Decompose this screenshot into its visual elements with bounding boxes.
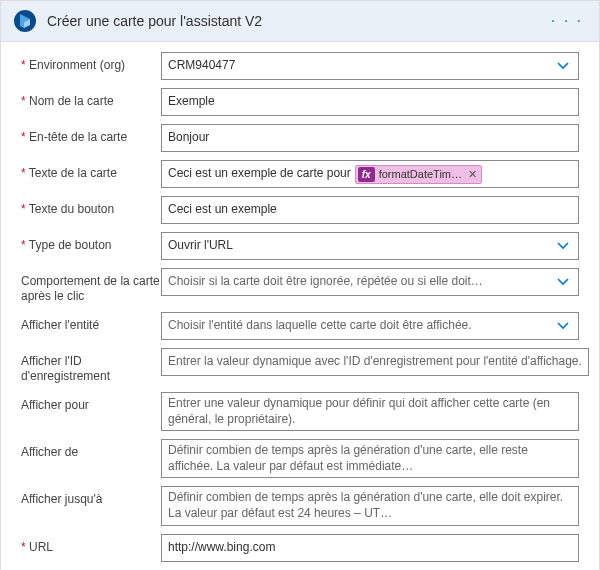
input-button-type[interactable]: Ouvrir l'URL [161,232,579,260]
label-environment: Environment (org) [21,52,161,73]
field-show-until: Afficher jusqu'à Définir combien de temp… [21,486,579,525]
card-body: Environment (org) CRM940477 Nom de la ca… [1,42,599,570]
chevron-down-icon [556,319,570,333]
label-show-for: Afficher pour [21,392,161,413]
expression-chip[interactable]: fx formatDateTim… ✕ [355,165,482,184]
field-show-for: Afficher pour Entrer une valeur dynamiqu… [21,392,579,431]
input-show-from[interactable]: Définir combien de temps après la généra… [161,439,579,478]
label-show-from: Afficher de [21,439,161,460]
field-show-entity: Afficher l'entité Choisir l'entité dans … [21,312,579,340]
input-card-name[interactable]: Exemple [161,88,579,116]
label-url: URL [21,534,161,555]
field-button-type: Type de bouton Ouvrir l'URL [21,232,579,260]
chevron-down-icon [556,59,570,73]
label-card-name: Nom de la carte [21,88,161,109]
label-button-type: Type de bouton [21,232,161,253]
label-button-text: Texte du bouton [21,196,161,217]
field-card-name: Nom de la carte Exemple [21,88,579,116]
field-behavior: Comportement de la carte après le clic C… [21,268,579,304]
dynamics-icon [13,9,37,33]
card-header: Créer une carte pour l'assistant V2 · · … [1,1,599,42]
input-show-entity[interactable]: Choisir l'entité dans laquelle cette car… [161,312,579,340]
chevron-down-icon [556,239,570,253]
field-environment: Environment (org) CRM940477 [21,52,579,80]
label-card-text: Texte de la carte [21,160,161,181]
input-card-header[interactable]: Bonjour [161,124,579,152]
input-card-text[interactable]: Ceci est un exemple de carte pour fx for… [161,160,579,188]
field-record-id: Afficher l'ID d'enregistrement Entrer la… [21,348,579,384]
input-show-until[interactable]: Définir combien de temps après la généra… [161,486,579,525]
label-record-id: Afficher l'ID d'enregistrement [21,348,161,384]
more-icon[interactable]: · · · [547,12,587,30]
field-show-from: Afficher de Définir combien de temps apr… [21,439,579,478]
action-card: Créer une carte pour l'assistant V2 · · … [0,0,600,570]
fx-icon: fx [358,167,375,182]
field-card-text: Texte de la carte Ceci est un exemple de… [21,160,579,188]
label-card-header: En-tête de la carte [21,124,161,145]
input-url[interactable]: http://www.bing.com [161,534,579,562]
field-button-text: Texte du bouton Ceci est un exemple [21,196,579,224]
input-button-text[interactable]: Ceci est un exemple [161,196,579,224]
input-record-id[interactable]: Entrer la valeur dynamique avec l'ID d'e… [161,348,589,376]
input-show-for[interactable]: Entrer une valeur dynamique pour définir… [161,392,579,431]
field-url: URL http://www.bing.com [21,534,579,562]
label-show-entity: Afficher l'entité [21,312,161,333]
card-title: Créer une carte pour l'assistant V2 [47,13,547,29]
chip-label: formatDateTim… [379,167,462,181]
label-behavior: Comportement de la carte après le clic [21,268,161,304]
label-show-until: Afficher jusqu'à [21,486,161,507]
close-icon[interactable]: ✕ [468,167,477,181]
input-environment[interactable]: CRM940477 [161,52,579,80]
chevron-down-icon [556,275,570,289]
field-card-header: En-tête de la carte Bonjour [21,124,579,152]
input-behavior[interactable]: Choisir si la carte doit être ignorée, r… [161,268,579,296]
